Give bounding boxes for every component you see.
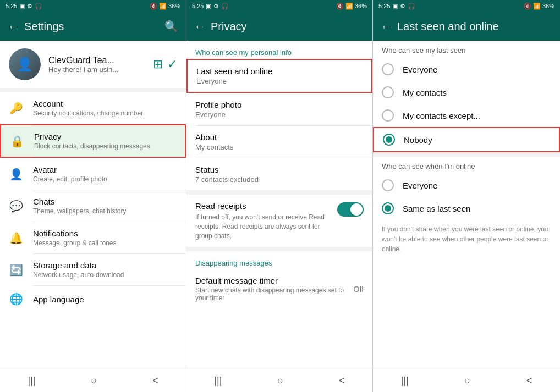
notifications-text: Notifications Message, group & call tone… [33, 229, 177, 247]
lastseen-nobody[interactable]: Nobody [373, 127, 560, 152]
account-subtitle: Security notifications, change number [33, 109, 177, 117]
chats-subtitle: Theme, wallpapers, chat history [33, 207, 177, 215]
nav-recent-btn[interactable]: ||| [17, 373, 46, 389]
notifications-icon: 🔔 [9, 231, 23, 245]
profile-name: ClevGuard Tea... [48, 56, 145, 65]
headset-icon: 🎧 [35, 3, 42, 10]
online-same-as-last-seen[interactable]: Same as last seen [373, 197, 560, 220]
notifications-title: Notifications [33, 229, 177, 238]
settings-top-bar: ← Settings 🔍 [0, 12, 186, 41]
account-text: Account Security notifications, change n… [33, 99, 177, 117]
lastseen-bottom-nav: ||| ○ < [373, 369, 560, 392]
divider-1 [0, 88, 186, 92]
storage-text: Storage and data Network usage, auto-dow… [33, 261, 177, 279]
lastseen-everyone-radio[interactable] [382, 63, 394, 75]
online-everyone-radio[interactable] [382, 179, 394, 191]
status-item[interactable]: Status 7 contacts excluded [186, 158, 372, 190]
menu-item-app-language[interactable]: 🌐 App language [0, 286, 186, 312]
lastseen-divider [373, 152, 560, 157]
privacy-text: Privacy Block contacts, disappearing mes… [34, 132, 176, 150]
privacy-back-arrow[interactable]: ← [194, 20, 205, 33]
privacy-headset-icon: 🎧 [221, 3, 229, 10]
privacy-nav-back-btn[interactable]: < [328, 373, 356, 389]
menu-item-account[interactable]: 🔑 Account Security notifications, change… [0, 92, 186, 124]
lastseen-top-bar: ← Last seen and online [373, 12, 560, 41]
lastseen-nobody-radio[interactable] [383, 134, 395, 146]
settings-back-arrow[interactable]: ← [8, 20, 19, 33]
status-bar-left: 5:25 ▣ ⚙ 🎧 [6, 3, 42, 10]
menu-item-avatar[interactable]: 👤 Avatar Create, edit, profile photo [0, 158, 186, 190]
lastseen-my-contacts[interactable]: My contacts [373, 81, 560, 104]
privacy-divider-2 [186, 247, 372, 251]
nav-home-btn[interactable]: ○ [80, 373, 108, 389]
lastseen-my-contacts-except[interactable]: My contacts except... [373, 104, 560, 127]
privacy-bottom-nav: ||| ○ < [186, 369, 372, 392]
online-same-label: Same as last seen [403, 204, 470, 213]
privacy-sim-icon: ▣ [206, 3, 211, 10]
mute-icon: 🔇 [150, 3, 157, 10]
lastseen-nobody-label: Nobody [404, 135, 432, 145]
lastseen-battery: 36% [542, 3, 554, 9]
menu-item-storage[interactable]: 🔄 Storage and data Network usage, auto-d… [0, 254, 186, 285]
privacy-nav-home-btn[interactable]: ○ [266, 373, 294, 389]
menu-item-chats[interactable]: 💬 Chats Theme, wallpapers, chat history [0, 190, 186, 222]
online-same-radio[interactable] [382, 202, 394, 214]
storage-icon: 🔄 [9, 263, 23, 277]
about-value: My contacts [195, 143, 364, 151]
lastseen-everyone[interactable]: Everyone [373, 58, 560, 81]
online-group-label: Who can see when I'm online [373, 157, 560, 174]
avatar-text: Avatar Create, edit, profile photo [33, 165, 177, 183]
toggle-knob [350, 203, 363, 216]
avatar-subtitle: Create, edit, profile photo [33, 175, 177, 183]
status-bar-right: 🔇 📶 36% [150, 3, 180, 10]
lastseen-status-left: 5:25 ▣ ⚙ 🎧 [378, 3, 415, 10]
lastseen-my-contacts-radio[interactable] [382, 86, 394, 98]
disappearing-subtitle: Start new chats with disappearing messag… [195, 286, 354, 302]
read-receipts-toggle[interactable] [337, 202, 364, 217]
lastseen-back-arrow[interactable]: ← [381, 20, 392, 33]
check-icon: ✓ [167, 57, 177, 71]
disappearing-value: Off [354, 285, 364, 294]
chats-text: Chats Theme, wallpapers, chat history [33, 197, 177, 215]
lastseen-my-contacts-label: My contacts [403, 88, 447, 97]
privacy-top-bar: ← Privacy [186, 12, 372, 41]
privacy-status-left: 5:25 ▣ ⚙ 🎧 [192, 3, 229, 10]
privacy-title: Privacy [211, 20, 365, 33]
time-label: 5:25 [6, 3, 17, 9]
read-receipts-text: Read receipts If turned off, you won't s… [195, 201, 332, 240]
privacy-title: Privacy [34, 132, 176, 141]
lastseen-my-contacts-except-radio[interactable] [382, 109, 394, 122]
last-seen-group-label: Who can see my last seen [373, 41, 560, 58]
storage-title: Storage and data [33, 261, 177, 270]
chats-title: Chats [33, 197, 177, 206]
online-everyone[interactable]: Everyone [373, 174, 560, 197]
lastseen-nav-recent-btn[interactable]: ||| [390, 373, 420, 389]
lastseen-nav-home-btn[interactable]: ○ [453, 373, 481, 389]
disappearing-title: Default message timer [195, 276, 354, 285]
lastseen-time: 5:25 [378, 3, 390, 9]
menu-item-notifications[interactable]: 🔔 Notifications Message, group & call to… [0, 222, 186, 253]
privacy-nav-recent-btn[interactable]: ||| [203, 373, 233, 389]
lastseen-status-right: 🔇 📶 36% [524, 3, 554, 10]
lastseen-status-bar: 5:25 ▣ ⚙ 🎧 🔇 📶 36% [373, 0, 560, 12]
profile-info: ClevGuard Tea... Hey there! I am usin... [48, 56, 145, 74]
privacy-wifi-icon: 📶 [345, 3, 353, 10]
lastseen-mute-icon: 🔇 [524, 3, 531, 10]
last-seen-item[interactable]: Last seen and online Everyone [186, 59, 372, 93]
privacy-mute-icon: 🔇 [336, 3, 344, 10]
settings-search-icon[interactable]: 🔍 [164, 20, 178, 33]
profile-photo-item[interactable]: Profile photo Everyone [186, 93, 372, 125]
qr-icon[interactable]: ⊞ [153, 57, 163, 71]
lastseen-info-text: If you don't share when you were last se… [373, 220, 560, 262]
lastseen-panel: 5:25 ▣ ⚙ 🎧 🔇 📶 36% ← Last seen and onlin… [373, 0, 560, 392]
nav-back-btn[interactable]: < [141, 373, 169, 389]
disappearing-item[interactable]: Default message timer Start new chats wi… [186, 269, 372, 308]
settings-title: Settings [24, 20, 159, 33]
menu-item-privacy[interactable]: 🔒 Privacy Block contacts, disappearing m… [0, 124, 186, 158]
about-item[interactable]: About My contacts [186, 126, 372, 158]
privacy-time: 5:25 [192, 3, 204, 9]
disappearing-label: Disappearing messages [186, 251, 372, 269]
last-seen-value: Everyone [196, 77, 363, 85]
profile-section[interactable]: 👤 ClevGuard Tea... Hey there! I am usin.… [0, 41, 186, 88]
lastseen-nav-back-btn[interactable]: < [515, 373, 543, 389]
